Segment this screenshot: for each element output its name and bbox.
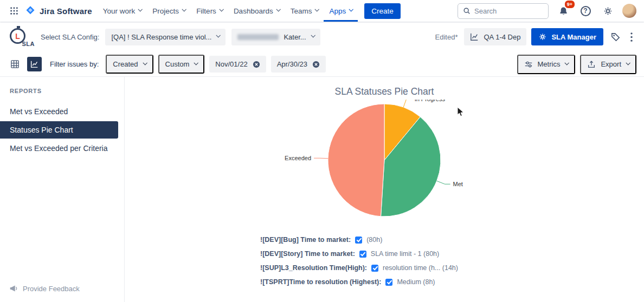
nav-your-work[interactable]: Your work [98,0,147,22]
nav-apps[interactable]: Apps [324,0,358,22]
filter-bar-right-cluster: Metrics Export [517,55,636,74]
custom-range-dropdown[interactable]: Custom [158,55,205,74]
top-navbar: Jira Software Your work Projects Filters… [0,0,644,22]
criteria-row: ![DEV][Bug] Time to market: (80h) [260,233,644,247]
content-area: REPORTS Met vs Exceeded Statuses Pie Cha… [0,77,644,302]
navbar-right-cluster: 9+ ? [458,3,636,19]
chart-view-toggle[interactable] [27,57,42,71]
main-navigation: Your work Projects Filters Dashboards Te… [98,0,358,22]
created-dropdown[interactable]: Created [106,55,153,74]
create-button[interactable]: Create [364,3,401,19]
filter-bar: Filter issues by: Created Custom Nov/01/… [0,52,644,77]
date-from-chip[interactable]: Nov/01/22 [209,56,266,73]
chevron-down-icon [349,7,353,11]
edited-status-label: Edited* [435,33,458,41]
chevron-down-icon [276,7,280,11]
date-to-chip[interactable]: Apr/30/23 [271,56,326,73]
chevron-down-icon [143,61,147,65]
notifications-bell-icon[interactable]: 9+ [556,3,571,18]
jira-logo[interactable]: Jira Software [25,5,92,16]
clear-date-icon[interactable] [312,61,320,68]
notification-badge: 9+ [564,0,576,9]
sidebar-item-met-vs-exceeded[interactable]: Met vs Exceeded [0,103,124,120]
sliders-icon [524,60,533,69]
sidebar-item-statuses-pie-chart[interactable]: Statuses Pie Chart [0,121,118,139]
nav-dashboards[interactable]: Dashboards [228,0,285,22]
table-view-toggle[interactable] [8,57,22,71]
pie-leader-line [314,158,328,159]
criteria-row: ![DEV][Story] Time to market: SLA time l… [260,247,644,261]
jira-logo-icon [25,5,36,16]
export-icon [587,60,596,69]
chevron-down-icon [182,7,186,11]
metrics-button[interactable]: Metrics [517,55,576,74]
gear-icon [538,32,547,41]
pie-leader-line [403,100,411,107]
help-icon[interactable]: ? [578,3,593,18]
criteria-checkbox[interactable] [359,251,366,258]
provide-feedback-link[interactable]: Provide Feedback [9,284,80,293]
sla-config-bar: L SLA Select SLA Config: [QA] ! SLA Resp… [0,22,644,52]
criteria-checkbox[interactable] [385,279,392,286]
pie-slice-label: Exceeded [285,155,311,161]
search-box[interactable] [458,3,549,19]
more-options-kebab-icon[interactable] [628,30,635,44]
config-bar-right-cluster: Edited* QA 1-4 Dep SLA Manager [435,28,635,45]
search-input[interactable] [474,7,543,15]
export-button[interactable]: Export [580,55,636,74]
chart-title: SLA Statuses Pie Chart [125,86,644,97]
pie-slice-label: In Progress [415,100,446,102]
criteria-row: ![TSPRT]Time to resolution (Highest): Me… [260,275,644,289]
pie-slice-exceeded [328,104,384,216]
nav-projects[interactable]: Projects [147,0,191,22]
sla-statuses-pie-chart: In ProgressMetExceeded [178,100,590,232]
pie-leader-line [437,181,450,184]
pie-slice-label: Met [453,181,463,187]
line-chart-icon [470,32,479,41]
search-icon [463,7,471,15]
sla-owner-dropdown[interactable]: Kater... [231,29,320,45]
chevron-down-icon [626,61,630,65]
app-switcher-icon[interactable] [7,3,22,18]
chevron-down-icon [565,61,569,65]
report-main: SLA Statuses Pie Chart In ProgressMetExc… [125,77,644,302]
criteria-row: ![SUP]L3_Resolution Time(High): resoluti… [260,261,644,275]
criteria-legend: ![DEV][Bug] Time to market: (80h) ![DEV]… [260,233,644,289]
tag-label-icon[interactable] [608,30,623,44]
nav-teams[interactable]: Teams [285,0,324,22]
clear-date-icon[interactable] [253,61,260,68]
chevron-down-icon [219,7,223,11]
chevron-down-icon [315,7,319,11]
chevron-down-icon [311,33,315,37]
reports-sidebar: REPORTS Met vs Exceeded Statuses Pie Cha… [0,77,125,302]
chevron-down-icon [138,7,143,11]
brand-title: Jira Software [40,6,92,16]
nav-filters[interactable]: Filters [191,0,228,22]
settings-gear-icon[interactable] [600,3,615,18]
sla-config-dropdown[interactable]: [QA] ! SLA Response time viol... [105,29,226,45]
redacted-text [237,34,279,40]
user-avatar[interactable] [622,4,636,18]
reports-header: REPORTS [0,88,124,94]
chevron-down-icon [194,61,198,65]
sla-manager-button[interactable]: SLA Manager [531,28,603,45]
sla-app-logo: L SLA [9,27,35,47]
select-sla-config-label: Select SLA Config: [41,33,99,41]
filter-issues-label: Filter issues by: [50,60,99,68]
criteria-checkbox[interactable] [371,265,378,272]
qa-dep-button[interactable]: QA 1-4 Dep [464,28,526,45]
criteria-checkbox[interactable] [355,237,362,244]
sidebar-item-met-vs-exceeded-per-criteria[interactable]: Met vs Exceeded per Criteria [0,140,124,157]
chevron-down-icon [216,33,221,37]
megaphone-icon [9,284,18,293]
